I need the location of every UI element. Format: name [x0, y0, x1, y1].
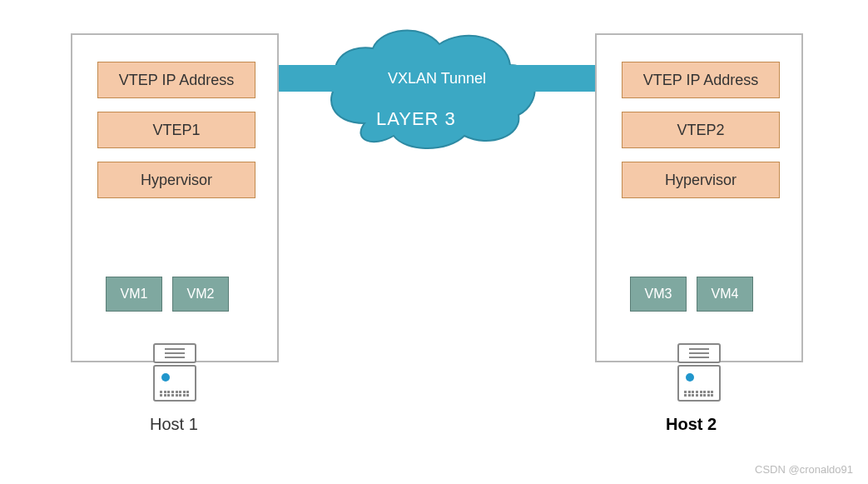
host2-vtep-ip-box: VTEP IP Address: [622, 62, 780, 98]
host2-hypervisor-box: Hypervisor: [622, 162, 780, 198]
host2-vm3-box: VM3: [630, 277, 687, 312]
host2-label: Host 2: [666, 415, 717, 434]
host2-vtep-box: VTEP2: [622, 112, 780, 148]
host1-label: Host 1: [150, 415, 198, 434]
host-1-container: VTEP IP Address VTEP1 Hypervisor VM1 VM2: [71, 33, 279, 362]
watermark: CSDN @cronaldo91: [755, 463, 853, 476]
host-2-container: VTEP IP Address VTEP2 Hypervisor VM3 VM4: [595, 33, 803, 362]
host1-vtep-box: VTEP1: [97, 112, 255, 148]
host1-vm1-box: VM1: [106, 277, 162, 312]
host1-vtep-label: VTEP1: [152, 122, 200, 139]
host2-hypervisor-label: Hypervisor: [665, 172, 737, 189]
host1-vtep-ip-box: VTEP IP Address: [97, 62, 255, 98]
server-bottom-icon: [153, 365, 196, 402]
host2-vm4-label: VM4: [712, 287, 739, 302]
host1-vm1-label: VM1: [121, 287, 148, 302]
host2-vm3-label: VM3: [645, 287, 672, 302]
host1-vm2-label: VM2: [187, 287, 215, 302]
host1-hypervisor-box: Hypervisor: [97, 162, 255, 198]
host2-server-icon: [677, 343, 721, 402]
layer3-label: LAYER 3: [376, 108, 456, 130]
host1-vm2-box: VM2: [172, 277, 229, 312]
host2-vm4-box: VM4: [697, 277, 753, 312]
host1-vtep-ip-label: VTEP IP Address: [119, 72, 234, 89]
server-top-icon: [153, 343, 196, 363]
vxlan-tunnel-label: VXLAN Tunnel: [388, 70, 486, 87]
server-top-icon: [677, 343, 721, 363]
vxlan-tunnel-bar: VXLAN Tunnel: [279, 65, 595, 92]
server-bottom-icon: [677, 365, 721, 402]
host1-hypervisor-label: Hypervisor: [141, 172, 212, 189]
host1-server-icon: [153, 343, 196, 402]
host2-vtep-ip-label: VTEP IP Address: [643, 72, 758, 89]
host2-vtep-label: VTEP2: [677, 122, 724, 139]
